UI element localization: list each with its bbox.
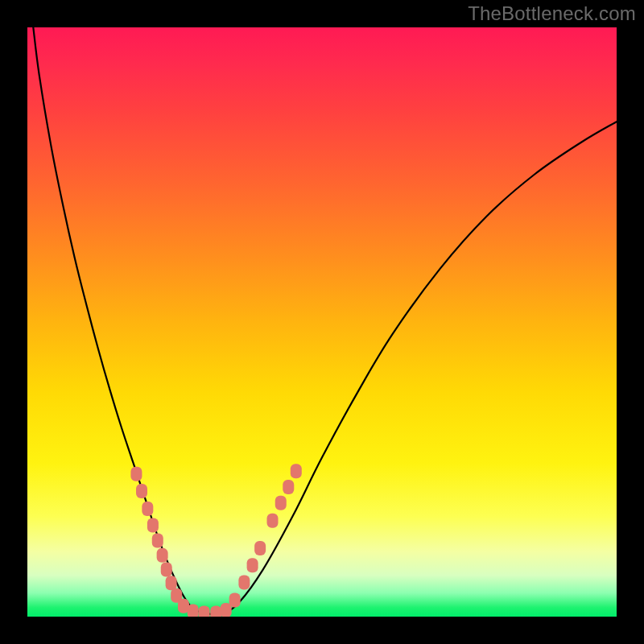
bead-marker — [166, 576, 177, 590]
watermark-text: TheBottleneck.com — [468, 2, 636, 25]
plot-area — [27, 27, 617, 617]
bead-marker — [254, 541, 266, 555]
bead-marker — [188, 604, 199, 617]
bead-marker — [267, 514, 279, 528]
chart-svg — [27, 27, 617, 617]
bead-marker — [229, 593, 241, 608]
bead-marker — [157, 548, 168, 563]
bead-marker — [161, 562, 172, 576]
bead-marker — [275, 496, 287, 510]
bead-marker — [142, 502, 153, 516]
bead-marker — [130, 467, 142, 481]
bead-marker — [210, 606, 221, 617]
bead-marker — [291, 464, 302, 478]
bead-marker — [136, 484, 147, 498]
bead-marker — [147, 518, 159, 533]
bead-marker — [247, 558, 258, 572]
chart-frame: TheBottleneck.com — [0, 0, 644, 644]
bottleneck-curve — [33, 27, 617, 615]
bead-marker — [283, 480, 294, 494]
bead-marker — [199, 606, 210, 617]
bead-marker — [238, 576, 250, 590]
highlight-beads-group — [130, 464, 301, 617]
bead-marker — [152, 534, 163, 548]
